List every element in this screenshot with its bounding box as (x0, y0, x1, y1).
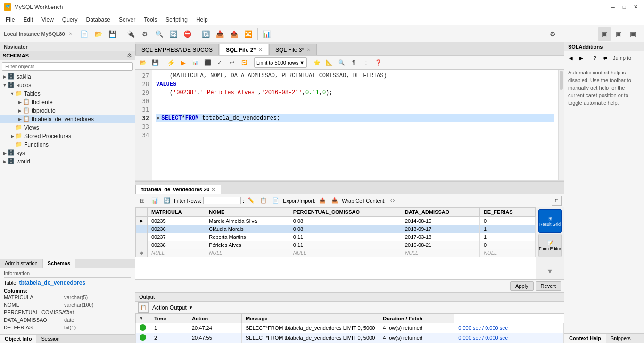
tree-item-sakila[interactable]: ▶ 🗄️ sakila (0, 73, 135, 81)
autocommit-toggle[interactable]: 🔁 (239, 57, 250, 68)
close-button[interactable]: ✕ (631, 2, 640, 12)
settings-button[interactable]: ⚙ (546, 27, 559, 41)
col-header-perc[interactable]: PERCENTUAL_COMISSAO (289, 208, 401, 217)
tab-sql-empresa[interactable]: SQL EMPRESA DE SUCOS (135, 44, 219, 55)
scroll-down-icon[interactable]: ▼ (545, 265, 556, 278)
tab-administration[interactable]: Administration (0, 259, 43, 268)
result-chart-icon[interactable]: 📊 (149, 196, 160, 206)
context-btn-1[interactable]: ? (590, 53, 600, 63)
output-icon-btn[interactable]: 📋 (138, 302, 149, 313)
connect-button[interactable]: 🔌 (124, 27, 138, 41)
sql-editor[interactable]: 27 28 29 30 31 32 33 34 (MATRICULA, NOME… (135, 70, 564, 180)
sql-content[interactable]: (MATRICULA, NOME, DATA_ADMISSAO, PERCENT… (152, 70, 558, 180)
layout-3-button[interactable]: ▣ (626, 27, 639, 41)
menu-database[interactable]: Database (83, 16, 114, 24)
tab-schemas[interactable]: Schemas (43, 259, 75, 268)
tab-sql-file-2[interactable]: SQL File 2* ✕ (220, 44, 268, 55)
menu-edit[interactable]: Edit (19, 16, 37, 24)
save-button[interactable]: 💾 (106, 27, 119, 41)
tab-object-info[interactable]: Object Info (0, 335, 36, 343)
open-sql-button[interactable]: 📂 (137, 57, 149, 68)
tree-item-sys[interactable]: ▶ 🗄️ sys (0, 149, 135, 157)
edit-table-icon[interactable]: 📋 (258, 196, 269, 206)
menu-server[interactable]: Server (115, 16, 139, 24)
output-row[interactable]: 1 20:47:24 SELECT*FROM tbtabela_de_vende… (136, 323, 564, 333)
word-wrap-button[interactable]: ↕ (360, 57, 372, 68)
limit-rows-select[interactable]: Limit to 5000 rows ▼ (254, 57, 307, 68)
result-grid[interactable]: MATRICULA NOME PERCENTUAL_COMISSAO DATA_… (135, 207, 536, 279)
performance-button[interactable]: 📊 (260, 27, 273, 41)
menu-query[interactable]: Query (58, 16, 82, 24)
execute-selected-button[interactable]: ▶ (177, 57, 189, 68)
migrate-button[interactable]: 🔀 (242, 27, 255, 41)
format-button[interactable]: 📐 (323, 57, 335, 68)
tree-item-tbtabela[interactable]: ▶ 📋 tbtabela_de_vendedores (0, 115, 135, 123)
wrap-icon[interactable]: ⇔ (388, 196, 398, 206)
export-button[interactable]: 📤 (228, 27, 241, 41)
import-icon[interactable]: 📥 (330, 196, 340, 206)
tab-sql-file-3[interactable]: SQL File 3* ✕ (269, 44, 317, 55)
stop-query-button[interactable]: ⬛ (202, 57, 213, 68)
menu-file[interactable]: File (2, 16, 18, 24)
minimize-button[interactable]: ─ (608, 2, 618, 12)
menu-view[interactable]: View (38, 16, 58, 24)
tab-snippets[interactable]: Snippets (606, 334, 636, 343)
tree-item-world[interactable]: ▶ 🗄️ world (0, 157, 135, 166)
edit-row-icon[interactable]: 📄 (271, 196, 281, 206)
context-btn-2[interactable]: ⇌ (601, 53, 610, 63)
expand-result-button[interactable]: □ (552, 196, 562, 206)
schemas-action-icon[interactable]: ⚙ (127, 52, 132, 59)
col-header-matricula[interactable]: MATRICULA (148, 208, 205, 217)
save-sql-button[interactable]: 💾 (149, 57, 161, 68)
col-header-ferias[interactable]: DE_FERIAS (479, 208, 535, 217)
result-grid-button[interactable]: ⊞ Result Grid (538, 209, 562, 233)
filter-rows-input[interactable] (203, 197, 241, 204)
refresh-button[interactable]: 🔃 (199, 27, 213, 41)
table-row[interactable]: 00237 Roberta Martins 0.11 2017-03-18 1 (136, 233, 536, 241)
search-input[interactable] (2, 62, 133, 71)
action-output-dropdown[interactable]: ▼ (189, 305, 193, 310)
bookmark-button[interactable]: ⭐ (311, 57, 322, 68)
revert-button[interactable]: Revert (536, 281, 561, 291)
export-icon[interactable]: 📤 (317, 196, 328, 206)
reconnect-button[interactable]: 🔄 (167, 27, 180, 41)
tree-item-tbcliente[interactable]: ▶ 📋 tbcliente (0, 98, 135, 106)
explain-button[interactable]: 📊 (190, 57, 201, 68)
tree-item-functions[interactable]: 📁 Functions (0, 140, 135, 149)
forward-button[interactable]: ▶ (577, 53, 586, 63)
edit-icon[interactable]: ✏️ (246, 196, 256, 206)
import-button[interactable]: 📥 (214, 27, 227, 41)
rollback-button[interactable]: ↩ (226, 57, 238, 68)
commit-button[interactable]: ✓ (214, 57, 225, 68)
sql-scrollbar[interactable] (558, 70, 564, 180)
col-header-data[interactable]: DATA_ADMISSAO (401, 208, 479, 217)
menu-scripting[interactable]: Scripting (162, 16, 191, 24)
output-row[interactable]: 2 20:47:55 SELECT*FROM tbtabela_de_vende… (136, 333, 564, 343)
new-query-button[interactable]: 📄 (78, 27, 91, 41)
maximize-button[interactable]: □ (619, 2, 629, 12)
col-header-nome[interactable]: NOME (205, 208, 289, 217)
table-row[interactable]: 00238 Péricles Alves 0.11 2016-08-21 0 (136, 241, 536, 249)
close-tab-icon[interactable]: ✕ (258, 47, 262, 52)
tree-item-views[interactable]: 📁 Views (0, 123, 135, 132)
context-help-button[interactable]: ❓ (372, 57, 384, 68)
table-row[interactable]: 00236 Cláudia Morais 0.08 2013-09-17 1 (136, 225, 536, 233)
back-button[interactable]: ◀ (566, 53, 576, 63)
inspect-button[interactable]: 🔍 (153, 27, 166, 41)
close-result-tab-icon[interactable]: ✕ (211, 187, 215, 192)
stop-button[interactable]: ⛔ (181, 27, 194, 41)
tab-context-help[interactable]: Context Help (564, 334, 606, 343)
tree-item-tables[interactable]: ▼ 📁 Tables (0, 90, 135, 98)
open-file-button[interactable]: 📂 (92, 27, 105, 41)
result-refresh-icon[interactable]: 🔄 (162, 196, 172, 206)
tree-item-sucos[interactable]: ▼ 🗄️ sucos (0, 81, 135, 90)
close-tab-icon-2[interactable]: ✕ (307, 47, 311, 52)
find-button[interactable]: 🔍 (336, 57, 347, 68)
apply-button[interactable]: Apply (510, 281, 534, 291)
tree-item-tbproduto[interactable]: ▶ 📋 tbproduto (0, 106, 135, 115)
tab-session[interactable]: Session (36, 335, 64, 343)
invisible-chars-button[interactable]: ¶ (348, 57, 359, 68)
menu-help[interactable]: Help (192, 16, 212, 24)
disconnect-button[interactable]: ⚙ (139, 27, 152, 41)
form-editor-button[interactable]: 📝 Form Editor (538, 234, 562, 257)
